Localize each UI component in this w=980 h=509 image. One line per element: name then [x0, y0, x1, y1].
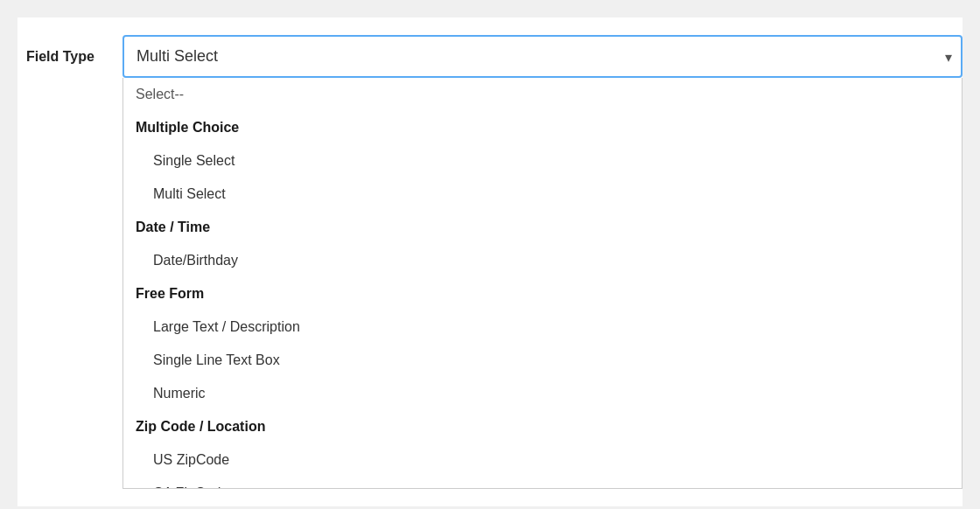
field-type-label: Field Type	[18, 35, 122, 77]
group-header-free-form: Free Form	[123, 277, 962, 310]
option-date-birthday[interactable]: Date/Birthday	[123, 244, 962, 277]
group-header-date-time: Date / Time	[123, 211, 962, 244]
dropdown-placeholder[interactable]: Select--	[123, 78, 962, 111]
option-large-text[interactable]: Large Text / Description	[123, 310, 962, 344]
group-header-zip-code: Zip Code / Location	[123, 410, 962, 443]
field-type-select[interactable]: Multi Select	[122, 35, 962, 78]
option-single-line-text[interactable]: Single Line Text Box	[123, 344, 962, 377]
group-header-multiple-choice: Multiple Choice	[123, 111, 962, 144]
option-single-select[interactable]: Single Select	[123, 144, 962, 178]
option-us-zipcode[interactable]: US ZipCode	[123, 443, 962, 477]
option-ca-zipcode[interactable]: CA ZipCode	[123, 477, 962, 489]
page-container: Field Type Multi Select Select-- Multipl…	[18, 17, 962, 506]
option-numeric[interactable]: Numeric	[123, 377, 962, 410]
dropdown-list[interactable]: Select-- Multiple Choice Single Select M…	[122, 78, 962, 489]
select-container: Multi Select Select-- Multiple Choice Si…	[122, 35, 962, 489]
option-multi-select[interactable]: Multi Select	[123, 178, 962, 211]
select-wrapper[interactable]: Multi Select	[122, 35, 962, 78]
field-row: Field Type Multi Select Select-- Multipl…	[18, 35, 962, 489]
